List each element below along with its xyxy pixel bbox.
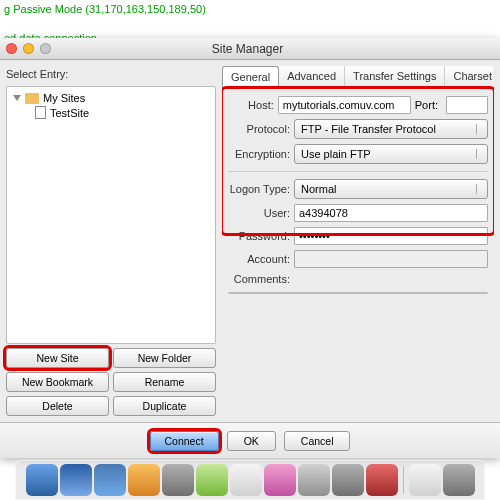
new-site-button[interactable]: New Site xyxy=(6,348,109,368)
encryption-label: Encryption: xyxy=(228,148,290,160)
tree-root[interactable]: My Sites xyxy=(11,91,211,105)
user-input[interactable] xyxy=(294,204,488,222)
logon-type-select[interactable]: Normal xyxy=(294,179,488,199)
dock-app-mail[interactable] xyxy=(60,464,92,496)
titlebar[interactable]: Site Manager xyxy=(0,38,500,60)
select-entry-label: Select Entry: xyxy=(6,68,216,80)
port-input[interactable] xyxy=(446,96,488,114)
close-icon[interactable] xyxy=(6,43,17,54)
delete-button[interactable]: Delete xyxy=(6,396,109,416)
site-manager-window: Site Manager Select Entry: My Sites Test… xyxy=(0,38,500,458)
dock-app-itunes[interactable] xyxy=(264,464,296,496)
host-input[interactable] xyxy=(278,96,411,114)
dock-separator xyxy=(403,466,404,494)
duplicate-button[interactable]: Duplicate xyxy=(113,396,216,416)
tree-item-label: TestSite xyxy=(50,107,89,119)
port-label: Port: xyxy=(415,99,438,111)
site-tree[interactable]: My Sites TestSite xyxy=(6,86,216,344)
folder-icon xyxy=(25,93,39,104)
tab-general[interactable]: General xyxy=(222,66,279,88)
account-label: Account: xyxy=(228,253,290,265)
password-label: Password: xyxy=(228,230,290,242)
cancel-button[interactable]: Cancel xyxy=(284,431,351,451)
window-title: Site Manager xyxy=(51,42,444,56)
dock-app-other[interactable] xyxy=(366,464,398,496)
tree-root-label: My Sites xyxy=(43,92,85,104)
zoom-icon[interactable] xyxy=(40,43,51,54)
new-folder-button[interactable]: New Folder xyxy=(113,348,216,368)
minimize-icon[interactable] xyxy=(23,43,34,54)
connect-button[interactable]: Connect xyxy=(150,431,219,451)
ok-button[interactable]: OK xyxy=(227,431,276,451)
tab-advanced[interactable]: Advanced xyxy=(279,66,345,87)
tab-transfer[interactable]: Transfer Settings xyxy=(345,66,445,87)
user-label: User: xyxy=(228,207,290,219)
tab-bar: General Advanced Transfer Settings Chars… xyxy=(222,66,494,88)
dock-app-safari[interactable] xyxy=(94,464,126,496)
host-label: Host: xyxy=(228,99,274,111)
dock-app-camino[interactable] xyxy=(196,464,228,496)
dock-app-ichat[interactable] xyxy=(128,464,160,496)
new-bookmark-button[interactable]: New Bookmark xyxy=(6,372,109,392)
disclosure-triangle-icon[interactable] xyxy=(13,95,21,101)
dock-app-finder[interactable] xyxy=(26,464,58,496)
dock-app-terminal[interactable] xyxy=(298,464,330,496)
protocol-select[interactable]: FTP - File Transfer Protocol xyxy=(294,119,488,139)
dock[interactable] xyxy=(15,460,485,500)
logon-type-label: Logon Type: xyxy=(228,183,290,195)
encryption-select[interactable]: Use plain FTP xyxy=(294,144,488,164)
window-controls xyxy=(6,43,51,54)
comments-label: Comments: xyxy=(228,273,290,285)
dock-app-appstore[interactable] xyxy=(332,464,364,496)
password-input[interactable] xyxy=(294,227,488,245)
comments-input[interactable] xyxy=(228,292,488,294)
dock-trash[interactable] xyxy=(443,464,475,496)
account-input xyxy=(294,250,488,268)
protocol-label: Protocol: xyxy=(228,123,290,135)
rename-button[interactable]: Rename xyxy=(113,372,216,392)
tab-charset[interactable]: Charset xyxy=(445,66,494,87)
tree-item[interactable]: TestSite xyxy=(33,105,211,120)
site-icon xyxy=(35,106,46,119)
dock-app-preferences[interactable] xyxy=(162,464,194,496)
dock-folder[interactable] xyxy=(409,464,441,496)
dock-app-textedit[interactable] xyxy=(230,464,262,496)
